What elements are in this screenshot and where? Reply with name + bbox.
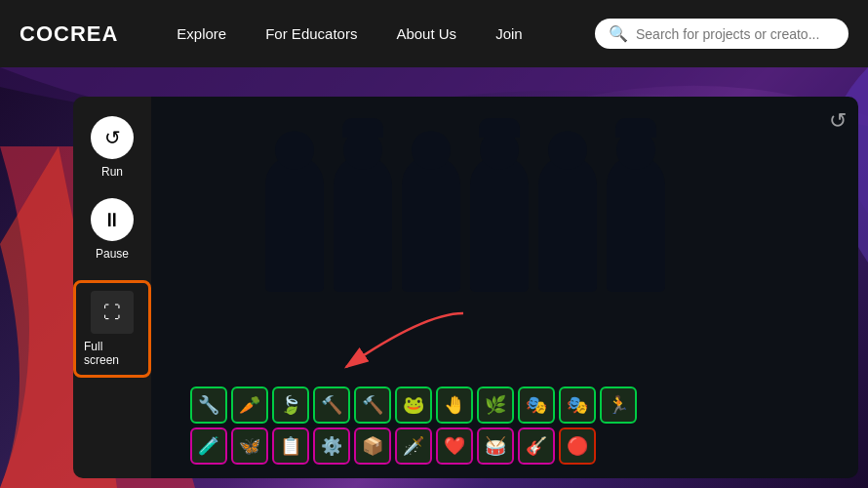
- tool-item[interactable]: 📦: [354, 427, 391, 465]
- tool-item[interactable]: ⚙️: [313, 427, 350, 465]
- tool-item[interactable]: 🔨: [354, 386, 391, 424]
- pause-icon: ⏸: [91, 198, 134, 241]
- character-2: [334, 155, 392, 292]
- tool-item[interactable]: 🎭: [559, 386, 596, 424]
- content-area: ↺ Run ⏸ Pause ⛶ Full screen ↺: [73, 97, 858, 478]
- navbar: COCREA Explore For Educators About Us Jo…: [0, 0, 868, 67]
- nav-explore[interactable]: Explore: [157, 25, 246, 42]
- game-canvas: ↺: [151, 97, 858, 478]
- run-button[interactable]: ↺ Run: [91, 116, 134, 179]
- tool-item[interactable]: 🍃: [272, 386, 309, 424]
- tool-item[interactable]: 🥁: [477, 427, 514, 465]
- pause-label: Pause: [96, 247, 129, 261]
- tool-item[interactable]: 🐸: [395, 386, 432, 424]
- search-input[interactable]: [636, 26, 835, 42]
- tool-row-1: 🔧 🥕 🍃 🔨 🔨 🐸 🤚 🌿 🎭 🎭 🏃: [190, 386, 848, 424]
- run-label: Run: [101, 165, 123, 179]
- fullscreen-label: Full screen: [84, 340, 140, 367]
- hero-area: ↺ Run ⏸ Pause ⛶ Full screen ↺: [0, 67, 868, 488]
- tool-rows: 🔧 🥕 🍃 🔨 🔨 🐸 🤚 🌿 🎭 🎭 🏃 🧪 🦋 📋: [190, 386, 848, 468]
- nav-about-us[interactable]: About Us: [376, 25, 476, 42]
- nav-join[interactable]: Join: [476, 25, 542, 42]
- character-3: [402, 155, 460, 292]
- fullscreen-icon: ⛶: [91, 291, 134, 334]
- pause-button[interactable]: ⏸ Pause: [91, 198, 134, 261]
- tool-item[interactable]: 🦋: [231, 427, 268, 465]
- tool-item[interactable]: 🧪: [190, 427, 227, 465]
- reload-button[interactable]: ↺: [829, 108, 847, 134]
- tool-item[interactable]: 🔨: [313, 386, 350, 424]
- tool-item[interactable]: 🤚: [436, 386, 473, 424]
- search-bar[interactable]: 🔍: [595, 19, 848, 49]
- tool-item[interactable]: 📋: [272, 427, 309, 465]
- character-1: [265, 155, 324, 292]
- tool-item[interactable]: 🎸: [518, 427, 555, 465]
- tool-item[interactable]: 🗡️: [395, 427, 432, 465]
- arrow-svg: [268, 304, 483, 382]
- character-6: [607, 155, 665, 292]
- tool-item[interactable]: 🌿: [477, 386, 514, 424]
- logo[interactable]: COCREA: [20, 21, 118, 47]
- sidebar: ↺ Run ⏸ Pause ⛶ Full screen: [73, 97, 151, 478]
- tool-item[interactable]: 🔴: [559, 427, 596, 465]
- character-5: [538, 155, 597, 292]
- character-4: [470, 155, 529, 292]
- characters-area: [265, 155, 665, 292]
- arrow: [268, 304, 483, 386]
- fullscreen-button[interactable]: ⛶ Full screen: [73, 280, 151, 378]
- tool-item[interactable]: 🔧: [190, 386, 227, 424]
- tool-item[interactable]: 🥕: [231, 386, 268, 424]
- nav-links: Explore For Educators About Us Join: [157, 25, 541, 42]
- tool-row-2: 🧪 🦋 📋 ⚙️ 📦 🗡️ ❤️ 🥁 🎸 🔴: [190, 427, 848, 465]
- run-icon: ↺: [91, 116, 134, 159]
- search-icon: 🔍: [609, 24, 628, 43]
- tool-item[interactable]: ❤️: [436, 427, 473, 465]
- tool-item[interactable]: 🎭: [518, 386, 555, 424]
- nav-for-educators[interactable]: For Educators: [246, 25, 376, 42]
- tool-item[interactable]: 🏃: [600, 386, 637, 424]
